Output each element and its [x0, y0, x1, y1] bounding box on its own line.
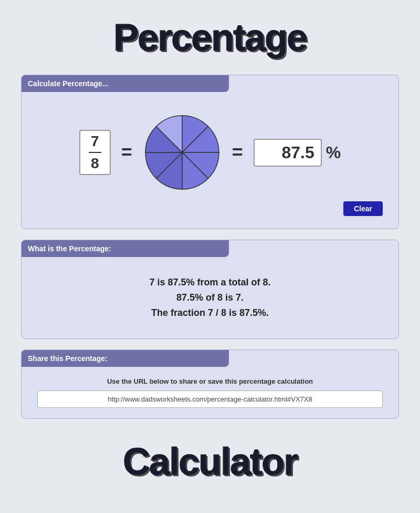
- share-description: Use the URL below to share or save this …: [37, 377, 383, 385]
- result-text: 7 is 87.5% from a total of 8. 87.5% of 8…: [37, 268, 383, 328]
- share-card-header: Share this Percentage:: [22, 350, 229, 367]
- share-url[interactable]: http://www.dadsworksheets.com/percentage…: [37, 391, 383, 408]
- clear-button[interactable]: Clear: [343, 201, 383, 216]
- result-line-1: 7 is 87.5% from a total of 8.: [48, 277, 372, 288]
- result-line-3: The fraction 7 / 8 is 87.5%.: [48, 307, 372, 319]
- pie-chart: [143, 113, 222, 192]
- result-input[interactable]: [254, 139, 322, 167]
- page-title: Percentage: [113, 16, 307, 59]
- fraction-input: 7 8: [79, 130, 111, 175]
- numerator[interactable]: 7: [89, 133, 101, 153]
- calc-row: 7 8 =: [37, 102, 383, 197]
- what-card-header: What is the Percentage:: [22, 240, 229, 257]
- share-card: Share this Percentage: Use the URL below…: [21, 350, 399, 419]
- clear-row: Clear: [37, 197, 383, 218]
- equals-sign-1: =: [121, 141, 132, 163]
- result-box: %: [254, 139, 341, 167]
- percent-symbol: %: [326, 143, 341, 162]
- calculate-card: Calculate Percentage... 7 8 =: [21, 75, 399, 229]
- denominator[interactable]: 8: [91, 153, 99, 172]
- result-line-2: 87.5% of 8 is 7.: [48, 292, 372, 303]
- what-card: What is the Percentage: 7 is 87.5% from …: [21, 240, 399, 339]
- equals-sign-2: =: [232, 141, 243, 163]
- calculate-card-header: Calculate Percentage...: [22, 75, 229, 92]
- page-subtitle: Calculator: [123, 440, 297, 483]
